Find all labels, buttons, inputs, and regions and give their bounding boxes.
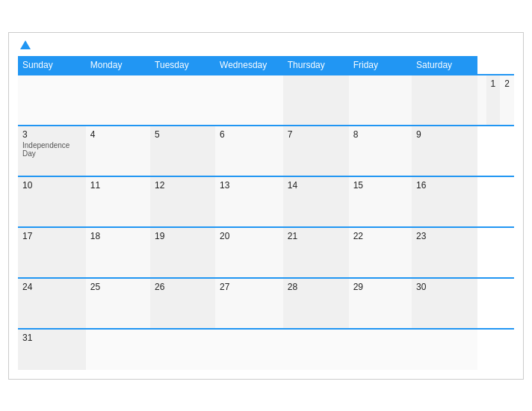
day-cell: 7 [283, 126, 349, 176]
day-number: 13 [220, 180, 279, 191]
logo-triangle-icon [20, 40, 31, 49]
day-cell [477, 75, 486, 126]
week-row-4: 24252627282930 [18, 278, 514, 329]
day-cell: 20 [215, 227, 283, 278]
day-number: 27 [220, 282, 279, 292]
day-number: 12 [155, 180, 211, 191]
week-row-2: 10111213141516 [18, 176, 514, 227]
day-number: 29 [353, 282, 407, 292]
week-row-1: 3Independence Day456789 [18, 126, 514, 176]
weekday-header-sunday: Sunday [18, 56, 86, 75]
day-cell: 29 [349, 278, 412, 329]
empty-cell [86, 75, 150, 126]
event-label: Independence Day [22, 141, 81, 158]
day-cell: 22 [349, 227, 412, 278]
day-cell [349, 75, 412, 126]
day-cell: 6 [215, 126, 283, 176]
day-number: 16 [416, 180, 473, 191]
day-number: 21 [288, 231, 344, 241]
day-cell: 25 [86, 278, 150, 329]
day-cell [215, 329, 283, 370]
day-number: 8 [353, 129, 407, 140]
day-number: 28 [288, 282, 344, 292]
day-cell: 1 [486, 75, 501, 126]
weekday-header-row: SundayMondayTuesdayWednesdayThursdayFrid… [18, 56, 514, 75]
day-number: 30 [416, 282, 473, 292]
day-number: 5 [155, 129, 211, 140]
day-cell [86, 329, 150, 370]
day-number: 3 [22, 129, 81, 140]
day-cell: 10 [18, 176, 86, 227]
empty-cell [150, 75, 215, 126]
day-cell: 14 [283, 176, 349, 227]
day-cell: 24 [18, 278, 86, 329]
day-cell [283, 329, 349, 370]
day-cell: 17 [18, 227, 86, 278]
day-number: 20 [220, 231, 279, 241]
day-cell: 27 [215, 278, 283, 329]
day-cell [283, 75, 349, 126]
weekday-header-tuesday: Tuesday [150, 56, 215, 75]
day-number: 9 [416, 129, 473, 140]
day-number: 24 [22, 282, 81, 292]
day-number: 2 [504, 78, 510, 89]
calendar-grid: SundayMondayTuesdayWednesdayThursdayFrid… [18, 56, 514, 370]
day-cell: 8 [349, 126, 412, 176]
day-cell: 18 [86, 227, 150, 278]
day-number: 4 [90, 129, 146, 140]
day-number: 17 [22, 231, 81, 241]
day-cell: 26 [150, 278, 215, 329]
day-cell: 4 [86, 126, 150, 176]
day-cell [412, 329, 477, 370]
calendar-container: SundayMondayTuesdayWednesdayThursdayFrid… [8, 32, 524, 380]
day-number: 15 [353, 180, 407, 191]
day-cell: 31 [18, 329, 86, 370]
day-number: 31 [22, 333, 81, 343]
week-row-0: 12 [18, 75, 514, 126]
day-cell: 5 [150, 126, 215, 176]
day-number: 6 [220, 129, 279, 140]
weekday-header-monday: Monday [86, 56, 150, 75]
day-number: 19 [155, 231, 211, 241]
day-number: 10 [22, 180, 81, 191]
day-number: 7 [288, 129, 344, 140]
day-number: 25 [90, 282, 146, 292]
day-cell: 2 [500, 75, 514, 126]
day-cell [150, 329, 215, 370]
day-cell [349, 329, 412, 370]
day-number: 1 [491, 78, 496, 89]
calendar-header [18, 40, 514, 50]
weekday-header-saturday: Saturday [412, 56, 477, 75]
day-cell: 12 [150, 176, 215, 227]
logo [18, 40, 31, 50]
day-cell: 23 [412, 227, 477, 278]
day-cell: 15 [349, 176, 412, 227]
day-number: 18 [90, 231, 146, 241]
week-row-5: 31 [18, 329, 514, 370]
day-cell [412, 75, 477, 126]
day-number: 23 [416, 231, 473, 241]
day-cell: 9 [412, 126, 477, 176]
day-cell: 30 [412, 278, 477, 329]
day-cell: 28 [283, 278, 349, 329]
day-cell: 11 [86, 176, 150, 227]
day-number: 22 [353, 231, 407, 241]
weekday-header-friday: Friday [349, 56, 412, 75]
logo-general [18, 40, 31, 50]
day-cell: 16 [412, 176, 477, 227]
day-number: 26 [155, 282, 211, 292]
weekday-header-thursday: Thursday [283, 56, 349, 75]
day-number: 14 [288, 180, 344, 191]
empty-cell [215, 75, 283, 126]
week-row-3: 17181920212223 [18, 227, 514, 278]
day-cell: 3Independence Day [18, 126, 86, 176]
day-cell: 21 [283, 227, 349, 278]
day-number: 11 [90, 180, 146, 191]
weekday-header-wednesday: Wednesday [215, 56, 283, 75]
empty-cell [18, 75, 86, 126]
day-cell: 13 [215, 176, 283, 227]
day-cell: 19 [150, 227, 215, 278]
